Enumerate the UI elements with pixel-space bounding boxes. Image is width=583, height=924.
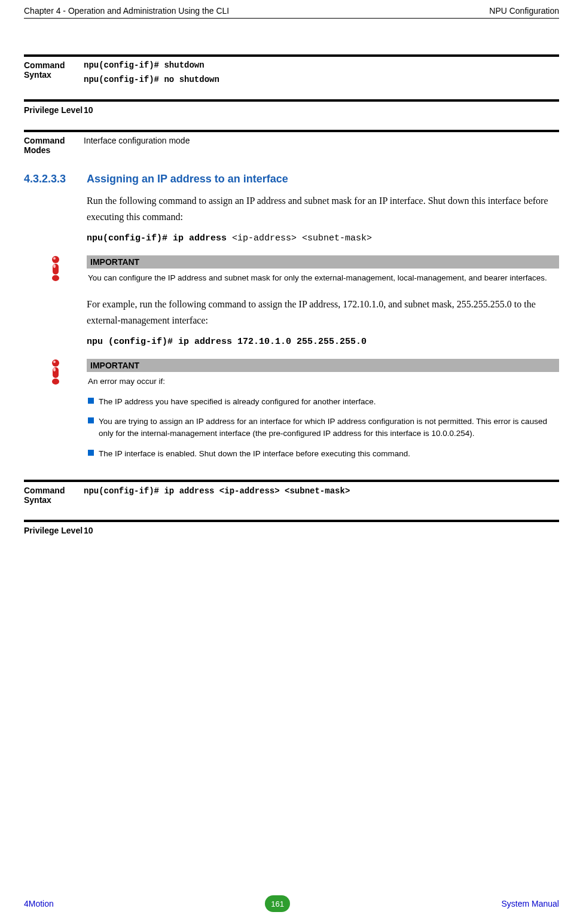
svg-point-8 xyxy=(52,379,59,385)
command-modes-label: Command Modes xyxy=(24,136,84,155)
paragraph-2: For example, run the following command t… xyxy=(87,296,559,328)
privilege-level-value: 10 xyxy=(84,105,559,115)
paragraph-1: Run the following command to assign an I… xyxy=(87,193,559,225)
page-header: Chapter 4 - Operation and Administration… xyxy=(24,6,559,19)
command-syntax-line2: npu(config-if)# no shutdown xyxy=(84,75,559,84)
command-syntax-line1: npu(config-if)# shutdown xyxy=(84,60,559,70)
code-line-2: npu (config-if)# ip address 172.10.1.0 2… xyxy=(87,337,559,347)
svg-point-3 xyxy=(52,275,59,281)
svg-point-6 xyxy=(53,361,56,363)
callout1-body: You can configure the IP address and sub… xyxy=(87,272,559,284)
svg-point-1 xyxy=(53,257,56,260)
code1-prefix: npu(config-if)# ip address xyxy=(87,233,232,243)
footer-left: 4Motion xyxy=(24,899,54,908)
svg-point-5 xyxy=(52,359,59,367)
footer-right: System Manual xyxy=(502,899,559,908)
callout1-title: IMPORTANT xyxy=(87,255,559,269)
privilege-level-label: Privilege Level xyxy=(24,105,84,115)
callout2-title: IMPORTANT xyxy=(87,359,559,372)
bullet-2-text: You are trying to assign an IP address f… xyxy=(99,416,559,439)
header-left: Chapter 4 - Operation and Administration… xyxy=(24,6,229,16)
callout2-intro: An error may occur if: xyxy=(88,376,559,388)
command-syntax-label: Command Syntax xyxy=(24,60,84,84)
code-line-1: npu(config-if)# ip address <ip-address> … xyxy=(87,233,559,243)
important-callout-1: IMPORTANT You can configure the IP addre… xyxy=(24,255,559,284)
privilege-level2-label: Privilege Level xyxy=(24,526,84,535)
command-modes-value: Interface configuration mode xyxy=(84,136,559,155)
page-footer: 4Motion 161 System Manual xyxy=(24,895,559,912)
section-number: 4.3.2.3.3 xyxy=(24,173,87,185)
header-right: NPU Configuration xyxy=(489,6,559,16)
important-icon xyxy=(24,255,87,284)
square-bullet-icon xyxy=(88,417,94,423)
important-icon xyxy=(24,359,87,468)
svg-point-9 xyxy=(53,368,56,371)
bullet-2: You are trying to assign an IP address f… xyxy=(88,416,559,439)
code1-args: <ip-address> <subnet-mask> xyxy=(232,233,372,243)
section-heading: 4.3.2.3.3 Assigning an IP address to an … xyxy=(24,173,559,185)
bullet-1-text: The IP address you have specified is alr… xyxy=(99,396,376,408)
privilege-level-block: Privilege Level 10 xyxy=(24,99,559,115)
command-modes-block: Command Modes Interface configuration mo… xyxy=(24,130,559,155)
svg-point-0 xyxy=(52,256,59,263)
bullet-1: The IP address you have specified is alr… xyxy=(88,396,559,408)
important-callout-2: IMPORTANT An error may occur if: The IP … xyxy=(24,359,559,468)
command-syntax-block-2: Command Syntax npu(config-if)# ip addres… xyxy=(24,480,559,505)
privilege-level-block-2: Privilege Level 10 xyxy=(24,520,559,535)
page-number-badge: 161 xyxy=(265,895,290,912)
bullet-3: The IP interface is enabled. Shut down t… xyxy=(88,448,559,460)
square-bullet-icon xyxy=(88,450,94,456)
bullet-3-text: The IP interface is enabled. Shut down t… xyxy=(99,448,410,460)
svg-point-4 xyxy=(53,264,56,268)
command-syntax2-prefix: npu(config-if)# ip address xyxy=(84,486,219,496)
privilege-level2-value: 10 xyxy=(84,526,559,535)
command-syntax-block: Command Syntax npu(config-if)# shutdown … xyxy=(24,54,559,84)
section-title: Assigning an IP address to an interface xyxy=(87,173,288,185)
command-syntax2-args: <ip-address> <subnet-mask> xyxy=(219,486,350,496)
command-syntax2-label: Command Syntax xyxy=(24,486,84,505)
square-bullet-icon xyxy=(88,398,94,404)
